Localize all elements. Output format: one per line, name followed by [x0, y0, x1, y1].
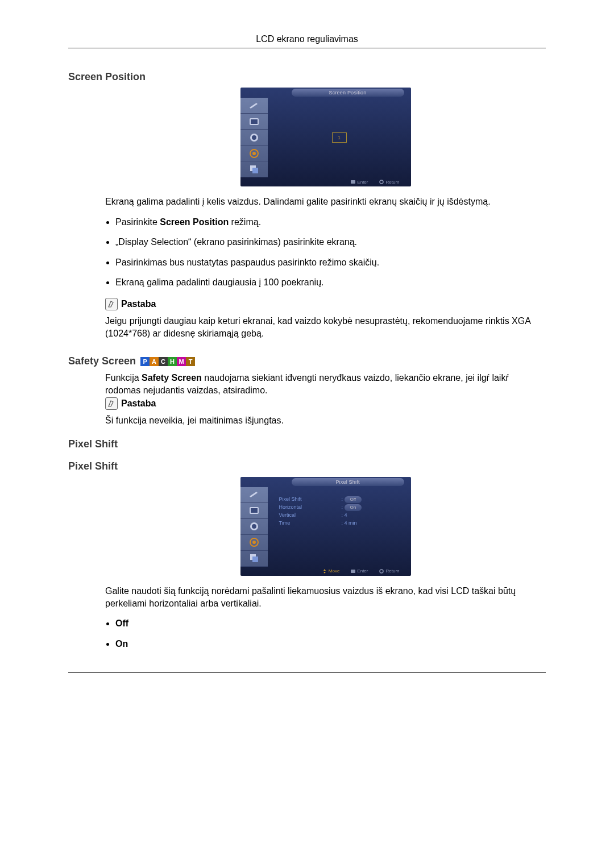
return-icon — [379, 569, 384, 574]
source-icon — [240, 98, 268, 114]
footer-divider — [68, 672, 546, 673]
osd-row-label: Vertical — [279, 511, 302, 519]
note-icon — [105, 298, 118, 310]
osd-title: Pixel Shift — [292, 478, 404, 486]
osd-row-value: : 4 — [342, 511, 362, 519]
chip-m: M — [177, 357, 186, 366]
multi-icon — [240, 551, 268, 567]
sp-bullet-2: „Display Selection“ (ekrano pasirinkimas… — [115, 236, 546, 248]
osd-row-value: Off — [345, 496, 362, 503]
sp-paragraph-1: Ekraną galima padalinti į kelis vaizdus.… — [105, 196, 546, 208]
text-bold: On — [115, 639, 128, 649]
svg-point-21 — [380, 570, 383, 573]
sp-bullet-1: Pasirinkite Screen Position režimą. — [115, 216, 546, 229]
sp-bullet-3: Pasirinkimas bus nustatytas paspaudus pa… — [115, 256, 546, 269]
osd-row-label: Time — [279, 519, 302, 527]
osd-values: : Off : On : 4 : 4 min — [342, 495, 362, 527]
source-icon — [240, 487, 268, 503]
osd-return-label: Return — [385, 180, 399, 185]
osd-enter-label: Enter — [357, 180, 368, 185]
ps-bullet-on: On — [115, 638, 546, 650]
sound-icon — [240, 130, 268, 146]
move-icon — [322, 569, 327, 574]
picture-icon — [240, 114, 268, 130]
osd-move-label: Move — [329, 568, 340, 574]
setup-icon — [240, 146, 268, 161]
multi-icon — [240, 161, 268, 177]
note-label: Pastaba — [121, 398, 156, 409]
svg-marker-11 — [250, 492, 258, 497]
svg-point-4 — [252, 135, 256, 140]
svg-rect-8 — [252, 168, 258, 173]
heading-pixel-shift-b: Pixel Shift — [68, 460, 546, 472]
osd-row-value: On — [345, 504, 362, 511]
ss-paragraph: Funkcija Safety Screen naudojama siekian… — [105, 372, 546, 396]
svg-marker-0 — [250, 103, 258, 109]
svg-point-6 — [252, 152, 256, 155]
osd-pixel-shift: Pixel Shift Pixel Shift Horizontal Verti… — [240, 477, 411, 576]
osd-labels: Pixel Shift Horizontal Vertical Time — [279, 495, 302, 527]
heading-safety-screen: Safety Screen — [68, 355, 136, 367]
sp-bullet-4: Ekraną galima padalinti daugiausia į 100… — [115, 276, 546, 289]
chip-a: A — [150, 357, 159, 366]
return-icon — [379, 180, 384, 184]
svg-point-15 — [252, 524, 256, 529]
page-header: LCD ekrano reguliavimas — [68, 34, 546, 48]
svg-rect-2 — [251, 119, 258, 124]
ps-bullet-off: Off — [115, 617, 546, 630]
text: Funkcija — [105, 373, 142, 383]
enter-icon — [351, 569, 355, 574]
osd-footer: Enter Return — [240, 177, 411, 186]
note-label: Pastaba — [121, 299, 156, 309]
osd-left-icons — [240, 98, 268, 177]
heading-screen-position: Screen Position — [68, 71, 546, 83]
svg-rect-19 — [252, 556, 258, 562]
chip-c: C — [159, 357, 168, 366]
chip-h: H — [168, 357, 177, 366]
picture-icon — [240, 503, 268, 519]
osd-left-icons — [240, 487, 268, 567]
text-bold: Off — [115, 618, 128, 628]
text-bold: Safety Screen — [142, 373, 202, 383]
svg-rect-20 — [351, 570, 355, 573]
osd-row-value: : 4 min — [342, 519, 362, 527]
osd-enter-label: Enter — [357, 568, 368, 574]
source-chips: P A C H M T — [140, 357, 195, 366]
setup-icon — [240, 535, 268, 551]
osd-row-label: Pixel Shift — [279, 495, 302, 503]
svg-point-17 — [252, 541, 256, 544]
osd-value-box: 1 — [332, 132, 347, 143]
sp-note-text: Jeigu prijungti daugiau kaip keturi ekra… — [105, 315, 546, 339]
ps-paragraph: Galite naudoti šią funkciją norėdami paš… — [105, 585, 546, 609]
enter-icon — [351, 180, 355, 184]
osd-screen-position: Screen Position 1 Enter Return — [240, 88, 411, 186]
osd-footer: Move Enter Return — [240, 567, 411, 576]
osd-row-label: Horizontal — [279, 503, 302, 511]
svg-rect-13 — [251, 508, 258, 513]
svg-rect-9 — [351, 180, 355, 184]
osd-title: Screen Position — [292, 89, 404, 97]
chip-p: P — [140, 357, 150, 366]
note-icon — [105, 397, 118, 410]
ss-note-text: Ši funkcija neveikia, jei maitinimas išj… — [105, 414, 546, 427]
text-bold: Screen Position — [160, 217, 229, 227]
svg-point-10 — [380, 180, 383, 184]
text: režimą. — [229, 217, 261, 227]
heading-pixel-shift-a: Pixel Shift — [68, 438, 546, 450]
text: Pasirinkite — [115, 217, 160, 227]
sound-icon — [240, 519, 268, 535]
chip-t: T — [186, 357, 195, 366]
osd-return-label: Return — [385, 568, 399, 574]
